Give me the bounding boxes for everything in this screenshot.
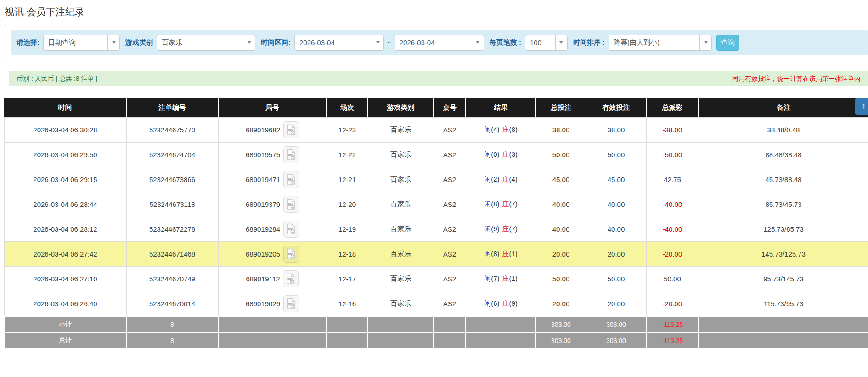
video-replay-icon <box>286 273 296 285</box>
pagination-page-1-button[interactable]: 1 <box>855 98 868 115</box>
cell-valid-bet: 40.00 <box>586 192 646 217</box>
grand-total-row: 总计 8 303.00 303.00 -115.25 <box>4 332 868 348</box>
result-player-points: (8) <box>491 250 499 257</box>
game-type-select[interactable] <box>157 35 255 51</box>
page-size-input[interactable] <box>525 35 555 51</box>
cell-time: 2026-03-04 06:27:10 <box>4 267 126 291</box>
cell-valid-bet: 40.00 <box>586 217 646 242</box>
cell-session: 12-17 <box>327 267 368 291</box>
cell-table-no: AS2 <box>434 217 466 242</box>
search-button[interactable]: 查询 <box>716 35 739 51</box>
video-replay-button[interactable] <box>283 121 299 138</box>
result-player-points: (4) <box>491 126 499 133</box>
time-sort-dropdown-button[interactable] <box>699 35 712 51</box>
cell-round-id: 689019682 <box>218 118 327 143</box>
time-range-label: 时间区间: <box>261 38 291 47</box>
video-replay-icon <box>286 174 296 185</box>
cell-bet-id: 523244673118 <box>126 192 218 217</box>
total-payout: -115.25 <box>646 332 699 348</box>
cell-total-bet[interactable]: 38.00 <box>536 118 586 143</box>
video-replay-button[interactable] <box>283 146 299 163</box>
cell-round-id: 689019575 <box>218 143 327 167</box>
valid-bet-note: 同局有效投注，统一计算在该局第一张注单内 <box>732 75 861 83</box>
column-header-1: 注单编号 <box>126 98 218 118</box>
video-replay-button[interactable] <box>283 270 299 287</box>
round-id-text: 689019471 <box>246 176 280 183</box>
cell-session: 12-22 <box>327 143 368 167</box>
column-header-9: 总派彩 <box>646 98 699 118</box>
cell-result: 闲(9)庄(7) <box>466 217 536 242</box>
subtotal-total-bet: 303.00 <box>536 316 586 332</box>
result-banker-label: 庄 <box>502 250 509 257</box>
page-size-dropdown-button[interactable] <box>555 35 568 51</box>
result-banker-label: 庄 <box>502 274 509 282</box>
cell-payout: 42.75 <box>646 167 699 192</box>
time-sort-select[interactable] <box>609 35 712 51</box>
round-id-text: 689019205 <box>246 250 280 258</box>
table-row: 2026-03-04 06:27:10 523244670749 6890191… <box>4 267 868 291</box>
cell-total-bet[interactable]: 45.00 <box>536 167 586 192</box>
cell-game-type: 百家乐 <box>368 143 434 167</box>
cell-bet-id: 523244672278 <box>126 217 218 242</box>
date-to-input[interactable] <box>395 35 472 51</box>
query-type-dropdown-button[interactable] <box>107 35 120 51</box>
cell-valid-bet: 45.00 <box>586 167 646 192</box>
cell-result: 闲(6)庄(9) <box>466 291 536 317</box>
betting-records-table: 时间注单编号局号场次游戏类别桌号结果总投注有效投注总派彩备注 2026-03-0… <box>4 98 868 349</box>
result-banker-label: 庄 <box>502 299 509 307</box>
query-type-input[interactable] <box>43 35 107 51</box>
video-replay-button[interactable] <box>283 171 299 188</box>
video-replay-button[interactable] <box>283 295 299 312</box>
chevron-down-icon <box>704 41 708 44</box>
query-type-select[interactable] <box>43 35 120 51</box>
cell-game-type: 百家乐 <box>368 291 434 317</box>
video-replay-button[interactable] <box>283 246 299 263</box>
table-row: 2026-03-04 06:29:50 523244674704 6890195… <box>4 143 868 167</box>
game-type-input[interactable] <box>157 35 243 51</box>
date-to-dropdown-button[interactable] <box>472 35 484 51</box>
cell-total-bet[interactable]: 50.00 <box>536 267 586 291</box>
cell-valid-bet: 50.00 <box>586 267 646 291</box>
table-row: 2026-03-04 06:28:44 523244673118 6890193… <box>4 192 868 217</box>
cell-note: 95.73/145.73 <box>699 267 868 291</box>
summary-bar: 币别 : 人民币 | 总共 :8 注单 | 同局有效投注，统一计算在该局第一张注… <box>9 71 868 86</box>
result-player-label: 闲 <box>484 150 491 158</box>
time-sort-label: 时间排序 : <box>573 38 605 47</box>
cell-result: 闲(0)庄(3) <box>466 143 536 167</box>
cell-game-type: 百家乐 <box>368 192 434 217</box>
video-replay-button[interactable] <box>283 221 299 238</box>
column-header-2: 局号 <box>218 98 327 118</box>
video-replay-button[interactable] <box>283 196 299 213</box>
cell-total-bet[interactable]: 40.00 <box>536 192 586 217</box>
date-from-input[interactable] <box>294 35 372 51</box>
result-player-points: (8) <box>491 200 499 208</box>
cell-result: 闲(4)庄(8) <box>466 118 536 143</box>
cell-note: 125.73/85.73 <box>699 217 868 242</box>
cell-total-bet[interactable]: 20.00 <box>536 291 586 317</box>
cell-valid-bet: 50.00 <box>586 143 646 167</box>
cell-game-type: 百家乐 <box>368 118 434 143</box>
cell-bet-id: 523244674704 <box>126 143 218 167</box>
column-header-10: 备注 <box>699 98 868 118</box>
time-sort-input[interactable] <box>609 35 699 51</box>
date-from-select[interactable] <box>294 35 384 51</box>
date-from-dropdown-button[interactable] <box>372 35 384 51</box>
total-total-bet: 303.00 <box>536 332 586 348</box>
cell-total-bet[interactable]: 20.00 <box>536 242 586 267</box>
round-id-text: 689019379 <box>246 200 280 208</box>
cell-valid-bet: 20.00 <box>586 242 646 267</box>
column-header-5: 桌号 <box>434 98 466 118</box>
cell-time: 2026-03-04 06:26:40 <box>4 291 126 317</box>
cell-total-bet[interactable]: 50.00 <box>536 143 586 167</box>
result-banker-points: (1) <box>509 274 518 282</box>
date-to-select[interactable] <box>395 35 484 51</box>
video-replay-icon <box>286 248 296 260</box>
total-valid-bet: 303.00 <box>586 332 646 348</box>
cell-session: 12-23 <box>327 118 368 143</box>
game-type-dropdown-button[interactable] <box>243 35 255 51</box>
filter-panel: 请选择: 游戏类别 时间区间: ~ 每页笔数 : 时间排序 : <box>5 24 868 61</box>
cell-round-id: 689019029 <box>218 291 327 317</box>
cell-round-id: 689019205 <box>218 242 327 267</box>
page-size-select[interactable] <box>525 35 568 51</box>
cell-total-bet[interactable]: 40.00 <box>536 217 586 242</box>
